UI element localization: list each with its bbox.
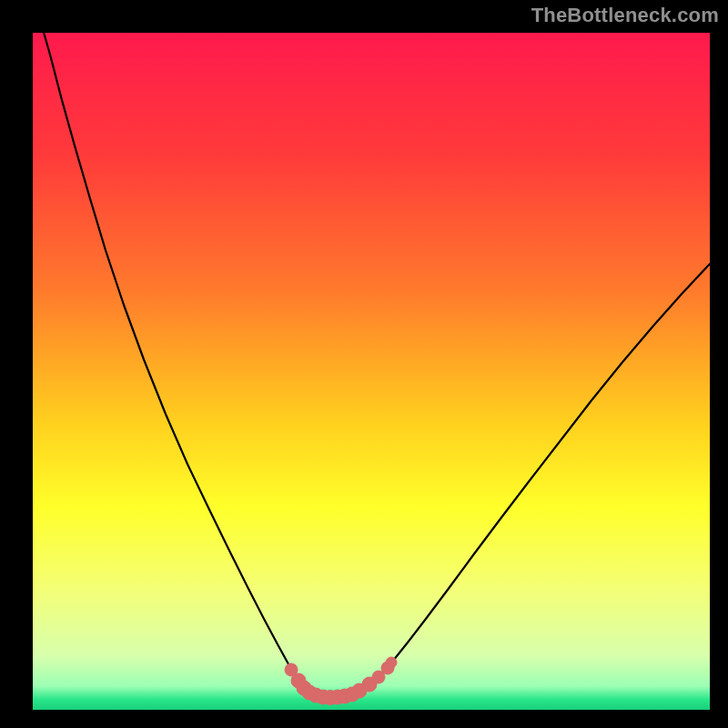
- chart-container: TheBottleneck.com: [0, 0, 728, 728]
- plot-frame: [710, 0, 728, 728]
- curve-marker: [386, 657, 397, 668]
- plot-background: [33, 33, 710, 710]
- watermark-label: TheBottleneck.com: [531, 4, 719, 27]
- plot-frame: [0, 710, 728, 728]
- plot-frame: [0, 0, 33, 728]
- chart-svg: [0, 0, 728, 728]
